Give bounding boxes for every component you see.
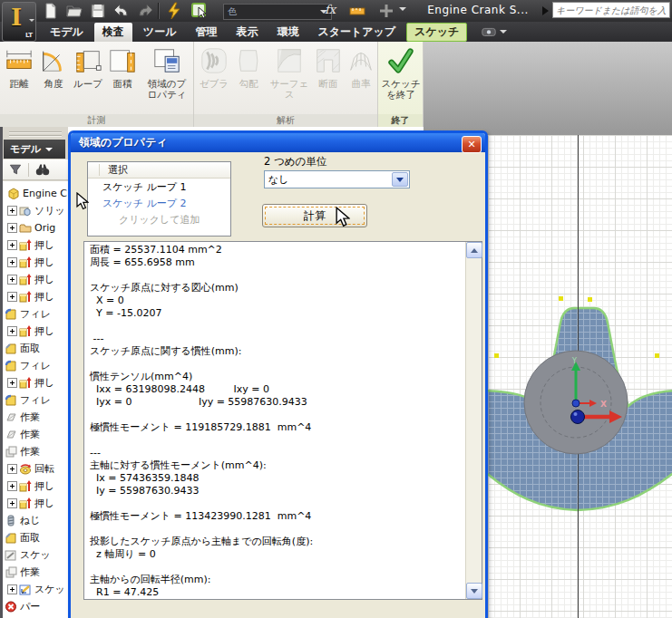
origin-sphere[interactable] (571, 410, 585, 424)
region-properties-dialog: 領域のプロパティ ✕ 選択 スケッチ ループ 1 スケッチ ループ 2 クリック… (68, 130, 488, 618)
close-button[interactable]: ✕ (462, 136, 482, 153)
tree-item-end-of-part[interactable]: パー (3, 598, 68, 615)
region-properties-button[interactable]: 領域のプロパティ (143, 45, 190, 100)
second-unit-dropdown[interactable]: なし (264, 170, 410, 188)
tree-item-extrusion[interactable]: 押し (3, 271, 68, 288)
expand-plus-icon[interactable] (7, 206, 17, 216)
parameters-fx-button[interactable]: fx (325, 3, 336, 16)
expand-plus-icon[interactable] (7, 584, 17, 594)
measure-area-button[interactable]: 面積 (107, 45, 138, 89)
application-menu-button[interactable]: I LT (2, 2, 36, 42)
update-button[interactable] (163, 2, 185, 20)
tree-item-part-root[interactable]: Engine C (3, 185, 68, 202)
measure-loop-button[interactable]: ループ (73, 45, 103, 89)
list-item-click-to-add[interactable]: クリックして追加 (88, 211, 230, 227)
close-icon: ✕ (467, 140, 475, 150)
tree-item-extrusion[interactable]: 押し (3, 374, 68, 391)
expand-plus-icon[interactable] (7, 257, 17, 267)
browser-header[interactable]: モデル (4, 140, 65, 159)
select-tool-button[interactable] (189, 2, 210, 20)
solid-body-icon (19, 205, 32, 217)
new-document-button[interactable] (40, 2, 62, 20)
loop-selection-list[interactable]: 選択 スケッチ ループ 1 スケッチ ループ 2 クリックして追加 (87, 161, 231, 237)
filter-funnel-icon[interactable] (8, 162, 23, 177)
vertical-scrollbar[interactable] (465, 242, 482, 599)
tree-item-extrusion[interactable]: 押し (3, 323, 68, 340)
help-search-input[interactable] (552, 2, 670, 18)
tree-item-work-plane[interactable]: 作業 (3, 409, 68, 426)
tree-item-revolve[interactable]: 回転 (3, 460, 68, 478)
ribbon: 距離 角度 ループ 面積 領域のプロパティ 計測 ゼブラ 勾配 (0, 42, 424, 127)
expand-plus-icon[interactable] (7, 275, 17, 285)
open-button[interactable] (63, 2, 85, 20)
tree-item-fillet[interactable]: フィレ (3, 357, 68, 374)
tab-model[interactable]: モデル (42, 23, 92, 42)
sketch-point[interactable] (494, 353, 499, 358)
expand-plus-icon[interactable] (7, 240, 17, 250)
tree-item-work-surface[interactable]: 作業 (3, 443, 68, 460)
scroll-up-button[interactable] (466, 242, 482, 258)
redo-button[interactable] (134, 2, 156, 20)
tree-item-sketch[interactable]: スケッ (3, 546, 68, 564)
tree-item-origin[interactable]: Orig (3, 219, 68, 237)
list-item-sketch-loop-2[interactable]: スケッチ ループ 2 (88, 195, 230, 211)
tab-view[interactable]: 表示 (228, 23, 266, 42)
ribbon-appearance-dropdown[interactable] (481, 24, 507, 40)
measure-dropdown-button[interactable] (346, 2, 368, 20)
save-icon (89, 2, 107, 20)
tab-sketch[interactable]: スケッチ (406, 23, 467, 42)
tab-environments[interactable]: 環境 (268, 23, 307, 42)
expand-plus-icon[interactable] (7, 481, 17, 491)
expand-plus-icon[interactable] (7, 464, 17, 474)
tab-getting-started[interactable]: スタートアップ (309, 23, 404, 42)
expand-plus-icon[interactable] (7, 292, 17, 302)
search-binoculars-icon[interactable] (34, 161, 51, 178)
expand-plus-icon[interactable] (7, 326, 17, 336)
selection-column-header[interactable]: 選択 (88, 162, 230, 179)
tree-item-extrusion[interactable]: 押し (3, 288, 68, 305)
list-item-sketch-loop-1[interactable]: スケッチ ループ 1 (88, 179, 230, 195)
dropdown-arrow-button[interactable] (392, 172, 408, 187)
sketch-point[interactable] (588, 297, 592, 302)
expand-plus-icon[interactable] (7, 498, 17, 508)
sketch-viewport[interactable]: Y X (488, 135, 672, 618)
sketch-point[interactable] (559, 296, 563, 301)
tree-item-solid-bodies[interactable]: ソリッ (3, 202, 68, 219)
sketch-origin-point[interactable] (572, 400, 579, 407)
dialog-title-bar[interactable]: 領域のプロパティ (71, 133, 485, 152)
tree-item-chamfer[interactable]: 面取 (3, 340, 68, 357)
extrude-icon (19, 274, 32, 285)
tree-item-work-surface[interactable]: 作業 (3, 564, 68, 581)
undo-button[interactable] (111, 2, 132, 20)
color-override-dropdown[interactable]: 色 (223, 4, 332, 20)
tree-item-active-sketch[interactable]: スケッ (3, 581, 68, 598)
tab-inspect[interactable]: 検査 (94, 23, 132, 42)
measure-angle-button[interactable]: 角度 (38, 45, 69, 89)
work-plane-icon (5, 429, 17, 440)
tree-item-fillet[interactable]: フィレ (3, 305, 68, 323)
tree-item-extrusion[interactable]: 押し (3, 495, 68, 512)
finish-sketch-button[interactable]: スケッチを終了 (379, 45, 423, 100)
chevron-down-icon (29, 19, 34, 24)
chevron-down-icon[interactable] (399, 7, 406, 14)
tree-item-extrusion[interactable]: 押し (3, 254, 68, 271)
tree-item-thread[interactable]: ねじ (3, 512, 68, 529)
tree-item-extrusion[interactable]: 押し (3, 237, 68, 254)
scroll-down-button[interactable] (466, 583, 482, 599)
tree-item-work-plane[interactable]: 作業 (3, 426, 68, 443)
distance-ruler-icon (5, 46, 34, 75)
tree-item-extrusion[interactable]: 押し (3, 478, 68, 495)
tab-tools[interactable]: ツール (135, 23, 185, 42)
model-tree: Engine C ソリッ Orig 押し 押し 押し 押し フィレ 押し 面取 … (3, 181, 68, 618)
add-tool-button[interactable] (375, 2, 397, 20)
extrude-icon (19, 256, 32, 268)
tree-item-fillet[interactable]: フィレ (3, 391, 68, 409)
tab-manage[interactable]: 管理 (187, 23, 225, 42)
measure-distance-button[interactable]: 距離 (4, 45, 34, 89)
expand-plus-icon[interactable] (7, 223, 17, 233)
expand-plus-icon[interactable] (7, 378, 17, 388)
save-button[interactable] (87, 2, 109, 20)
sketch-point[interactable] (655, 353, 659, 358)
tree-item-chamfer[interactable]: 面取 (3, 529, 68, 546)
calculate-button[interactable]: 計算 (262, 204, 367, 227)
